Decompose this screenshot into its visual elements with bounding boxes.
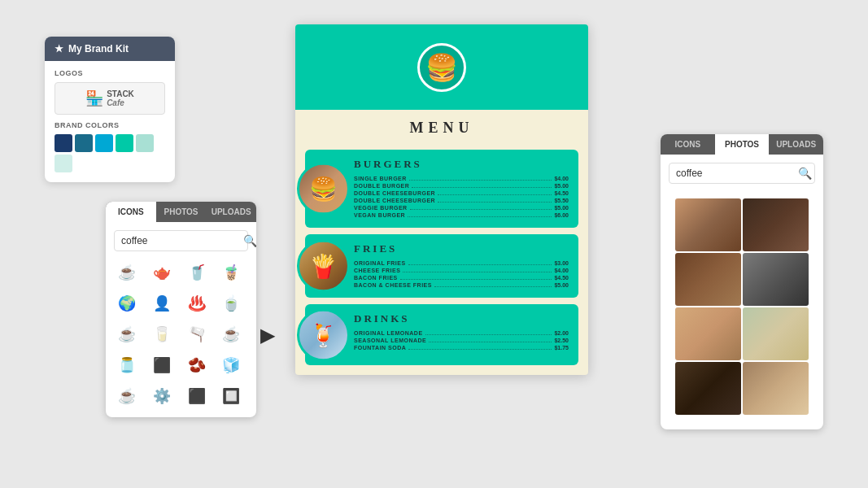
search-button[interactable]: 🔍 [243,234,256,247]
item-price: $4.50 [554,190,569,196]
photo-moka[interactable] [743,253,809,306]
menu-canvas[interactable]: 🍔 MENU 🍔 BURGERS SINGLE BURGER $4.00 DOU… [295,24,588,375]
beans-icon: 🫘 [188,356,206,374]
cursor-arrow: ▶ [260,324,275,346]
brand-colors-label: BRAND COLORS [55,121,165,129]
grinder-icon: ⚙️ [153,387,171,405]
brand-kit-header: ★ My Brand Kit [45,37,175,61]
item-dots [429,342,552,342]
item-name: VEGGIE BURGER [354,205,408,211]
tab-uploads[interactable]: UPLOADS [206,202,256,222]
icon-item-9[interactable]: ☕ [114,321,140,347]
ice-coffee-icon: 🧊 [222,356,240,374]
color-swatch-5 [136,134,154,152]
photos-search-button[interactable]: 🔍 [798,167,812,180]
menu-item-row: BACON FRIES $4.50 [354,275,569,281]
icons-panel: ICONS PHOTOS UPLOADS 🔍 ☕ 🫖 🥤 🧋 🌍 👤 ♨️ 🍵 … [106,202,256,417]
photo-espresso[interactable] [675,362,741,415]
icon-item-13[interactable]: 🫙 [114,352,140,378]
photos-tab-photos[interactable]: PHOTOS [715,134,770,155]
item-price: $5.50 [554,198,569,203]
icon-item-3[interactable]: 🥤 [184,259,210,285]
icon-item-2[interactable]: 🫖 [149,259,175,285]
menu-item-row: DOUBLE CHEESEBURGER $4.50 [354,190,569,197]
item-name: CHEESE FRIES [354,268,400,273]
icon-item-5[interactable]: 🌍 [114,290,140,316]
photo-shop[interactable] [743,362,809,415]
menu-item-row: BACON & CHEESE FRIES $5.00 [354,282,569,289]
person-coffee-icon: 👤 [153,294,171,312]
burgers-image: 🍔 [297,163,350,216]
hot-cup-icon: 🍵 [222,294,240,312]
item-dots [410,209,552,210]
photo-cup[interactable] [675,307,741,360]
blender-icon: 🔲 [222,387,240,405]
color-swatch-6 [55,155,72,172]
icon-item-11[interactable]: 🫗 [184,321,210,347]
item-dots [434,286,552,287]
item-price: $4.00 [554,176,569,181]
item-price: $2.50 [554,338,569,343]
menu-item-row: DOUBLE BURGER $5.00 [354,183,569,190]
photos-search-bar: 🔍 [669,163,815,184]
item-dots [408,264,552,265]
icon-item-16[interactable]: 🧊 [218,352,244,378]
icon-item-15[interactable]: 🫘 [184,352,210,378]
icon-item-10[interactable]: 🥛 [149,321,175,347]
burgers-title: BURGERS [354,158,569,171]
icon-item-20[interactable]: 🔲 [218,383,244,409]
item-price: $5.00 [554,205,569,211]
icon-item-6[interactable]: 👤 [149,290,175,316]
tab-icons[interactable]: ICONS [106,202,156,222]
icon-item-17[interactable]: ☕ [114,383,140,409]
icon-item-4[interactable]: 🧋 [218,259,244,285]
photo-cafe[interactable] [743,307,809,360]
photo-latte[interactable] [675,198,741,251]
photos-panel: ICONS PHOTOS UPLOADS 🔍 [661,134,823,429]
tab-photos[interactable]: PHOTOS [156,202,207,222]
photos-panel-body: 🔍 [661,155,823,429]
espresso-icon: ☕ [222,325,240,343]
photos-tab-uploads[interactable]: UPLOADS [769,134,823,155]
photos-grid [669,192,815,421]
item-dots [403,272,552,272]
boba-icon: 🧋 [222,264,240,281]
cup-straw-icon: 🥤 [188,264,206,281]
milk-icon: 🥛 [153,325,171,343]
menu-logo-icon: 🍔 [417,43,466,92]
coffee-to-go-icon: 🫙 [118,356,136,374]
coffee-cup-icon-1: ☕ [118,264,136,281]
photo-beans[interactable] [675,253,741,306]
logos-label: LOGOS [55,69,165,77]
brand-kit-panel: ★ My Brand Kit LOGOS 🏪 STACKCafe BRAND C… [45,37,175,182]
logo-icon: 🏪 [85,89,103,107]
icon-item-19[interactable]: ⬛ [184,383,210,409]
icon-item-1[interactable]: ☕ [114,259,140,285]
icon-item-12[interactable]: ☕ [218,321,244,347]
icon-item-18[interactable]: ⚙️ [149,383,175,409]
search-bar: 🔍 [114,230,248,251]
item-dots [408,349,552,350]
photo-dark[interactable] [743,198,809,251]
menu-item-row: VEGGIE BURGER $5.00 [354,205,569,211]
takeaway-icon: 🫗 [188,325,206,343]
item-name: DOUBLE CHEESEBURGER [354,190,435,196]
steam-coffee-icon: ♨️ [188,294,206,312]
icon-item-7[interactable]: ♨️ [184,290,210,316]
item-dots [408,216,552,217]
photos-tab-icons[interactable]: ICONS [661,134,715,155]
item-price: $1.75 [554,345,569,351]
logo-text: 🏪 STACKCafe [85,89,134,107]
item-dots [412,187,552,188]
icons-grid: ☕ 🫖 🥤 🧋 🌍 👤 ♨️ 🍵 ☕ 🥛 🫗 ☕ 🫙 ⬛ 🫘 🧊 ☕ ⚙️ ⬛ … [114,259,248,409]
item-price: $3.00 [554,260,569,266]
color-swatch-1 [55,134,72,152]
icon-item-8[interactable]: 🍵 [218,290,244,316]
icon-item-14[interactable]: ⬛ [149,352,175,378]
item-name: ORIGINAL LEMONADE [354,330,423,336]
search-input[interactable] [121,235,243,246]
item-dots [400,279,552,280]
menu-section-burgers: 🍔 BURGERS SINGLE BURGER $4.00 DOUBLE BUR… [305,150,578,228]
photos-search-input[interactable] [676,168,798,179]
color-swatch-2 [75,134,93,152]
